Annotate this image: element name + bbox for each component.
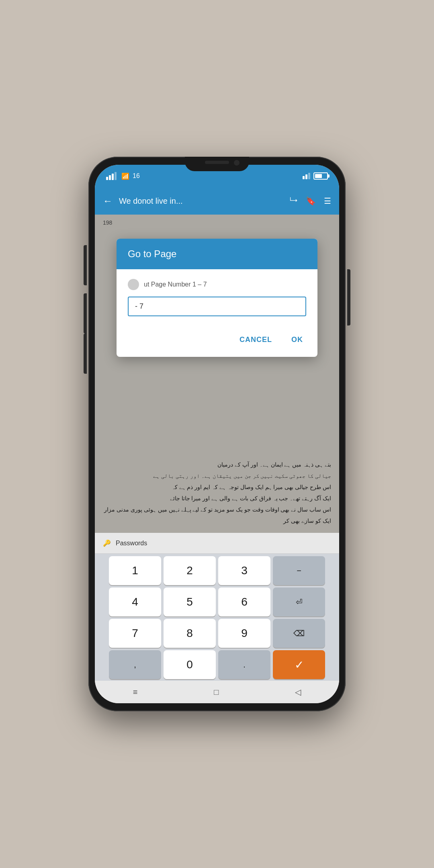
share-icon[interactable]: ⮡ [290, 197, 298, 206]
status-time: 16 [133, 172, 140, 180]
app-bar: ← We donot live in... ⮡ 🔖 ☰ [95, 187, 339, 215]
dialog-actions: CANCEL OK [117, 326, 317, 357]
key-row-3: 7 8 9 ⌫ [98, 619, 336, 648]
ok-button[interactable]: OK [287, 332, 308, 347]
key-row-4: , 0 . ✓ [98, 650, 336, 679]
nav-home-icon[interactable]: □ [214, 688, 219, 697]
key-backspace[interactable]: ⌫ [273, 619, 325, 648]
key-minus[interactable]: − [273, 556, 325, 585]
key-row-1: 1 2 3 − [98, 556, 336, 585]
dialog-title: Go to Page [128, 248, 176, 259]
keyboard: 🔑 Passwords 1 2 3 − 4 5 6 ⏎ [95, 533, 339, 681]
dialog-header: Go to Page [117, 239, 317, 269]
page-number-input[interactable] [128, 297, 306, 316]
key-1[interactable]: 1 [109, 556, 161, 585]
battery-icon [313, 172, 328, 180]
nav-bar: ≡ □ ◁ [95, 681, 339, 703]
dialog-overlay: Go to Page ut Page Number 1 – 7 CANCEL O… [95, 215, 339, 533]
keyboard-suggestions: 🔑 Passwords [95, 533, 339, 554]
key-period[interactable]: . [218, 650, 270, 679]
keyboard-rows: 1 2 3 − 4 5 6 ⏎ 7 8 9 ⌫ [95, 554, 339, 681]
dialog-body: ut Page Number 1 – 7 [117, 269, 317, 326]
content-area: 198 بتے ہی ذہنہ میں ہے ایمان ہے۔ اور آپ … [95, 215, 339, 533]
key-6[interactable]: 6 [218, 588, 270, 616]
key-8[interactable]: 8 [164, 619, 216, 648]
app-title: We donot live in... [119, 197, 283, 206]
key-return[interactable]: ⏎ [273, 588, 325, 616]
key-row-2: 4 5 6 ⏎ [98, 588, 336, 616]
signal-icon [106, 172, 117, 180]
menu-icon[interactable]: ☰ [324, 196, 331, 206]
camera [234, 160, 240, 166]
key-5[interactable]: 5 [164, 588, 216, 616]
key-3[interactable]: 3 [218, 556, 270, 585]
wifi-icon: 📶 [121, 172, 129, 180]
go-to-page-dialog: Go to Page ut Page Number 1 – 7 CANCEL O… [117, 239, 317, 357]
signal-right-icon [303, 173, 310, 179]
key-0[interactable]: 0 [164, 650, 216, 679]
cancel-button[interactable]: CANCEL [235, 332, 277, 347]
suggestions-text: Passwords [116, 540, 147, 547]
key-confirm[interactable]: ✓ [273, 650, 325, 679]
nav-back-icon[interactable]: ◁ [295, 687, 301, 697]
dialog-hint: ut Page Number 1 – 7 [128, 279, 306, 290]
key-9[interactable]: 9 [218, 619, 270, 648]
hint-circle [128, 279, 139, 290]
key-comma[interactable]: , [109, 650, 161, 679]
key-2[interactable]: 2 [164, 556, 216, 585]
notch [185, 157, 249, 171]
key-icon: 🔑 [103, 539, 111, 547]
key-4[interactable]: 4 [109, 588, 161, 616]
nav-menu-icon[interactable]: ≡ [133, 688, 138, 697]
speaker [205, 161, 229, 164]
bookmark-icon[interactable]: 🔖 [306, 196, 316, 206]
hint-text: ut Page Number 1 – 7 [144, 281, 207, 288]
back-button[interactable]: ← [103, 195, 113, 207]
key-7[interactable]: 7 [109, 619, 161, 648]
